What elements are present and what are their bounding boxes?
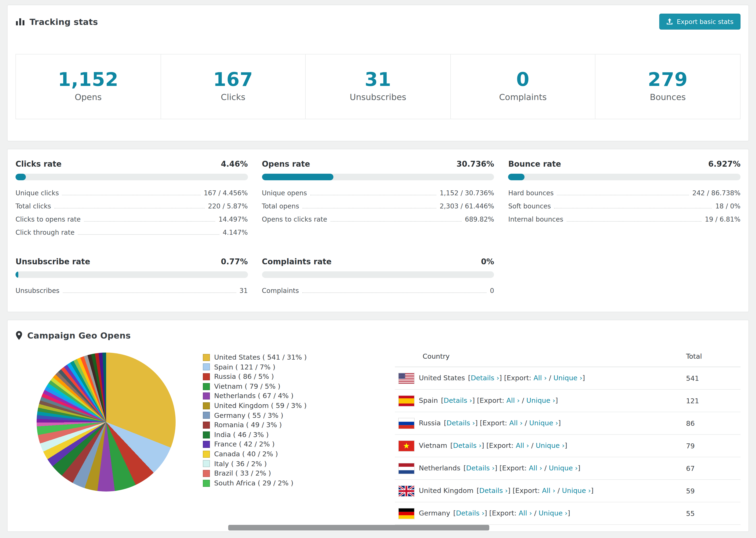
link-separator: [ bbox=[466, 374, 471, 381]
rate-stat-label: Total clicks bbox=[16, 202, 51, 210]
export-all-link-spain[interactable]: All › bbox=[507, 397, 520, 404]
legend-item-france[interactable]: France ( 42 / 2% ) bbox=[203, 440, 307, 449]
rate-block-bounce-rate: Bounce rate6.927%Hard bounces242 / 86.73… bbox=[508, 160, 740, 239]
export-all-link-united-states[interactable]: All › bbox=[533, 374, 547, 381]
legend-swatch bbox=[203, 373, 210, 380]
details-link-united-kingdom[interactable]: Details › bbox=[479, 487, 508, 494]
rate-stat-row: Unsubscribes31 bbox=[16, 284, 248, 297]
rate-stat-value: 4.147% bbox=[223, 229, 248, 236]
legend-item-canada[interactable]: Canada ( 40 / 2% ) bbox=[203, 449, 307, 459]
rate-block-clicks-rate: Clicks rate4.46%Unique clicks167 / 4.456… bbox=[16, 160, 248, 239]
legend-item-south-africa[interactable]: South Africa ( 29 / 2% ) bbox=[203, 478, 307, 488]
legend-swatch bbox=[203, 451, 210, 457]
legend-label: India ( 46 / 3% ) bbox=[214, 430, 269, 440]
export-all-link-vietnam[interactable]: All › bbox=[516, 442, 529, 449]
tracking-stats-card: Tracking stats Export basic stats 1,152O… bbox=[7, 5, 749, 141]
total-cell: 67 bbox=[682, 457, 740, 480]
link-separator: ] bbox=[567, 509, 570, 517]
legend-item-italy[interactable]: Italy ( 36 / 2% ) bbox=[203, 459, 307, 468]
details-link-spain[interactable]: Details › bbox=[444, 397, 472, 404]
link-separator: ] bbox=[499, 374, 504, 381]
stat-value: 279 bbox=[596, 69, 740, 90]
export-all-link-germany[interactable]: All › bbox=[519, 509, 532, 517]
rate-title: Unsubscribe rate bbox=[16, 257, 90, 266]
country-cell: United Kingdom [Details ›] [Export: All … bbox=[395, 480, 682, 502]
stat-label: Bounces bbox=[596, 92, 740, 102]
rate-stat-label: Unique opens bbox=[262, 189, 307, 197]
rate-stat-value: 14.497% bbox=[219, 215, 248, 223]
legend-swatch bbox=[203, 383, 210, 390]
country-cell: Germany [Details ›] [Export: All › / Uni… bbox=[395, 502, 682, 525]
rate-title: Bounce rate bbox=[508, 160, 561, 169]
legend-item-romania[interactable]: Romania ( 49 / 3% ) bbox=[203, 420, 307, 430]
details-link-vietnam[interactable]: Details › bbox=[453, 442, 481, 449]
rate-progress-track bbox=[508, 174, 740, 180]
link-separator: / bbox=[542, 464, 549, 471]
link-separator: [Export: bbox=[480, 419, 509, 426]
export-all-link-russia[interactable]: All › bbox=[509, 419, 523, 426]
details-link-netherlands[interactable]: Details › bbox=[466, 464, 495, 471]
legend-label: Netherlands ( 67 / 4% ) bbox=[214, 391, 294, 401]
dashboard: Tracking stats Export basic stats 1,152O… bbox=[0, 0, 756, 538]
legend-item-spain[interactable]: Spain ( 121 / 7% ) bbox=[203, 362, 307, 372]
geo-table-row-russia: Russia [Details ›] [Export: All › / Uniq… bbox=[395, 412, 740, 435]
legend-label: United Kingdom ( 59 / 3% ) bbox=[214, 401, 307, 410]
legend-swatch bbox=[203, 364, 210, 371]
flag-vn-icon bbox=[399, 441, 414, 451]
legend-item-vietnam[interactable]: Vietnam ( 79 / 5% ) bbox=[203, 382, 307, 391]
export-unique-link-united-kingdom[interactable]: Unique › bbox=[562, 487, 591, 494]
geo-pie-chart[interactable] bbox=[37, 352, 176, 492]
legend-item-india[interactable]: India ( 46 / 3% ) bbox=[203, 430, 307, 440]
rate-stat-label: Click through rate bbox=[16, 229, 75, 236]
total-cell: 541 bbox=[682, 367, 740, 389]
export-unique-link-germany[interactable]: Unique › bbox=[539, 509, 567, 517]
legend-item-united-states[interactable]: United States ( 541 / 31% ) bbox=[203, 352, 307, 362]
link-separator: ] bbox=[472, 397, 477, 404]
link-separator: [ bbox=[439, 397, 444, 404]
details-link-germany[interactable]: Details › bbox=[456, 509, 484, 517]
export-unique-link-united-states[interactable]: Unique › bbox=[553, 374, 582, 381]
export-unique-link-russia[interactable]: Unique › bbox=[529, 419, 558, 426]
link-separator: [Export: bbox=[489, 509, 519, 517]
horizontal-scrollbar-thumb[interactable] bbox=[228, 525, 489, 530]
legend-swatch bbox=[203, 354, 210, 361]
export-unique-link-spain[interactable]: Unique › bbox=[526, 397, 555, 404]
country-name: Russia bbox=[419, 419, 441, 426]
legend-item-united-kingdom[interactable]: United Kingdom ( 59 / 3% ) bbox=[203, 401, 307, 410]
rate-progress-fill bbox=[16, 174, 26, 180]
details-link-united-states[interactable]: Details › bbox=[471, 374, 499, 381]
rate-stat-row: Internal bounces19 / 6.81% bbox=[508, 212, 740, 225]
legend-label: Russia ( 86 / 5% ) bbox=[214, 372, 274, 381]
dotted-leader bbox=[63, 293, 236, 293]
dotted-leader bbox=[557, 195, 689, 195]
export-all-link-netherlands[interactable]: All › bbox=[529, 464, 542, 471]
rate-progress-track bbox=[16, 174, 248, 180]
rate-stat-label: Complaints bbox=[262, 287, 299, 295]
tracking-stats-header: Tracking stats Export basic stats bbox=[8, 5, 748, 36]
legend-label: France ( 42 / 2% ) bbox=[214, 440, 275, 449]
stat-box-bounces: 279Bounces bbox=[595, 54, 740, 119]
details-link-russia[interactable]: Details › bbox=[447, 419, 475, 426]
link-separator: [ bbox=[461, 464, 466, 471]
country-name: Spain bbox=[419, 397, 438, 404]
legend-item-germany[interactable]: Germany ( 55 / 3% ) bbox=[203, 410, 307, 420]
legend-item-brazil[interactable]: Brazil ( 33 / 2% ) bbox=[203, 468, 307, 478]
export-all-link-united-kingdom[interactable]: All › bbox=[542, 487, 556, 494]
total-cell: 59 bbox=[682, 480, 740, 502]
stat-box-complaints: 0Complaints bbox=[450, 54, 595, 119]
export-unique-link-netherlands[interactable]: Unique › bbox=[549, 464, 578, 471]
legend-item-russia[interactable]: Russia ( 86 / 5% ) bbox=[203, 372, 307, 381]
dotted-leader bbox=[302, 293, 487, 293]
rate-title: Clicks rate bbox=[16, 160, 62, 169]
link-separator: [Export: bbox=[477, 397, 507, 404]
country-cell: Vietnam [Details ›] [Export: All › / Uni… bbox=[395, 435, 682, 457]
geo-table-row-united-kingdom: United Kingdom [Details ›] [Export: All … bbox=[395, 480, 740, 502]
export-unique-link-vietnam[interactable]: Unique › bbox=[536, 442, 565, 449]
export-button-label: Export basic stats bbox=[677, 18, 734, 26]
rate-stat-row: Hard bounces242 / 86.738% bbox=[508, 186, 740, 199]
flag-gb-icon bbox=[399, 486, 414, 496]
export-basic-stats-button[interactable]: Export basic stats bbox=[660, 14, 741, 29]
page-content: Tracking stats Export basic stats 1,152O… bbox=[0, 0, 756, 538]
rate-block-complaints-rate: Complaints rate0%Complaints0 bbox=[262, 257, 494, 297]
legend-item-netherlands[interactable]: Netherlands ( 67 / 4% ) bbox=[203, 391, 307, 401]
